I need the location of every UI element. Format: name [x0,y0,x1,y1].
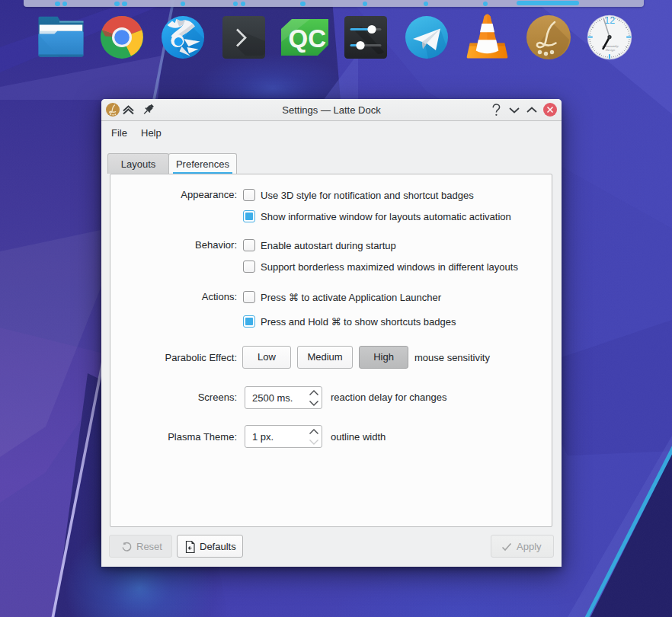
svg-text:QC: QC [289,24,327,53]
svg-text:Design: Design [605,48,616,52]
